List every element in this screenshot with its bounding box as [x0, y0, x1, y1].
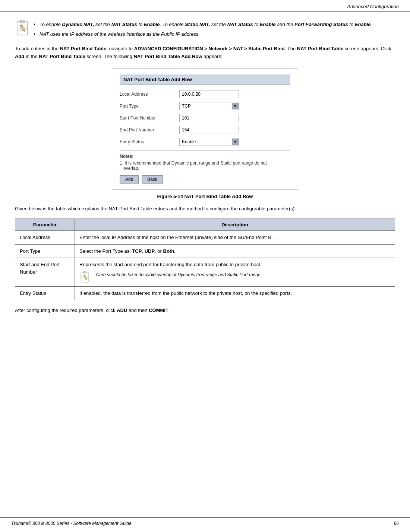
label-local-address: Local Address: [120, 92, 179, 97]
footer-left: Tsunami® 800 & 8000 Series - Software Ma…: [11, 521, 132, 526]
label-end-port: End Port Number: [120, 127, 179, 133]
desc-local-address: Enter the local IP Address of the host o…: [75, 231, 395, 245]
svg-rect-9: [83, 271, 86, 273]
param-entry-status: Entry Status: [15, 286, 75, 300]
input-start-port[interactable]: [179, 114, 239, 122]
note-block: To enable Dynamic NAT, set the NAT Statu…: [15, 19, 395, 40]
back-button[interactable]: Back: [142, 175, 163, 184]
label-entry-status: Entry Status: [120, 139, 179, 144]
header-title: Advanced Configuration: [347, 4, 399, 9]
notes-text: 1. It is recommended that Dynamic port r…: [120, 160, 290, 171]
label-start-port: Start Port Number: [120, 115, 179, 121]
note-icon: [15, 20, 31, 36]
desc-entry-status: If enabled, the data is transferred from…: [75, 286, 395, 300]
select-entry-status-arrow: ▼: [232, 138, 239, 145]
page-content: To enable Dynamic NAT, set the NAT Statu…: [0, 19, 410, 337]
table-intro-text: Given below is the table which explains …: [15, 205, 395, 213]
note-list: To enable Dynamic NAT, set the NAT Statu…: [34, 21, 372, 38]
col-header-parameter: Parameter: [15, 219, 75, 231]
param-start-end-port: Start and End Port Number: [15, 258, 75, 287]
col-header-description: Description: [75, 219, 395, 231]
table-row: Local Address Enter the local IP Address…: [15, 231, 395, 245]
note-content: To enable Dynamic NAT, set the NAT Statu…: [34, 19, 372, 40]
figure-caption: Figure 5-14 NAT Port Bind Table Add Row: [157, 194, 253, 199]
footer-right: 66: [394, 521, 399, 526]
select-port-type[interactable]: TCP ▼: [179, 102, 239, 110]
select-port-type-arrow: ▼: [232, 103, 239, 109]
form-notes: Notes: 1. It is recommended that Dynamic…: [120, 150, 290, 171]
desc-start-end-port: Represents the start and end port for tr…: [75, 258, 395, 287]
add-button[interactable]: Add: [120, 175, 139, 184]
form-row-port-type: Port Type TCP ▼: [120, 102, 290, 110]
form-row-entry-status: Entry Status Enable ▼: [120, 138, 290, 146]
note-item-2: NAT uses the IP address of the wireless …: [34, 31, 372, 38]
svg-rect-1: [20, 20, 25, 23]
inline-note-text: : Care should be taken to avoid overlap …: [94, 271, 262, 278]
input-local-address[interactable]: [179, 90, 239, 98]
param-port-type: Port Type: [15, 244, 75, 258]
nat-form-box: NAT Port Bind Table Add Row Local Addres…: [112, 68, 298, 190]
page-header: Advanced Configuration: [0, 0, 410, 12]
notes-label: Notes:: [120, 154, 290, 159]
label-port-type: Port Type: [120, 103, 179, 109]
form-buttons: Add Back: [120, 175, 290, 184]
inline-note: : Care should be taken to avoid overlap …: [79, 271, 390, 283]
table-row: Start and End Port Number Represents the…: [15, 258, 395, 287]
form-row-start-port: Start Port Number: [120, 114, 290, 122]
input-end-port[interactable]: [179, 126, 239, 134]
form-title: NAT Port Bind Table Add Row: [120, 74, 290, 85]
select-entry-status[interactable]: Enable ▼: [179, 138, 239, 146]
desc-port-type: Select the Port Type as: TCP, UDP, or Bo…: [75, 244, 395, 258]
page-footer: Tsunami® 800 & 8000 Series - Software Ma…: [0, 517, 410, 526]
form-row-local-address: Local Address: [120, 90, 290, 98]
parameter-table: Parameter Description Local Address Ente…: [15, 219, 395, 300]
inline-note-icon: [79, 271, 91, 283]
form-row-end-port: End Port Number: [120, 126, 290, 134]
note-item-1: To enable Dynamic NAT, set the NAT Statu…: [34, 21, 372, 28]
select-entry-status-value: Enable: [182, 139, 196, 144]
after-text: After configuring the required parameter…: [15, 307, 395, 315]
table-row: Entry Status If enabled, the data is tra…: [15, 286, 395, 300]
select-port-type-value: TCP: [182, 103, 191, 109]
param-local-address: Local Address: [15, 231, 75, 245]
intro-text: To add entries in the NAT Port Bind Tabl…: [15, 45, 395, 61]
table-row: Port Type Select the Port Type as: TCP, …: [15, 244, 395, 258]
figure-container: NAT Port Bind Table Add Row Local Addres…: [15, 68, 395, 199]
